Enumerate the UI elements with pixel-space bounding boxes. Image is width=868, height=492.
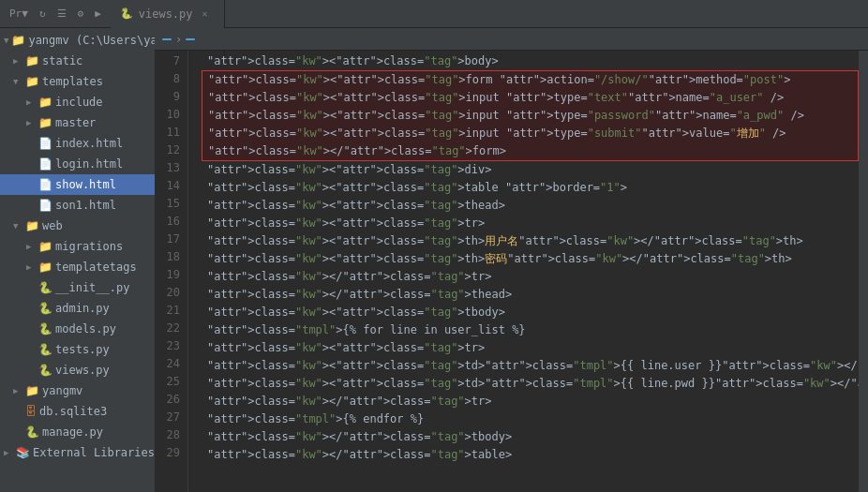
tree-label: migrations [55, 240, 123, 253]
line-number-20: 20 [155, 284, 180, 302]
sidebar-item-yangmv2[interactable]: ▶📁yangmv [0, 380, 155, 401]
folder-icon: 📁 [25, 384, 39, 397]
tab-label: views.py [139, 7, 193, 21]
tree-arrow: ▶ [13, 56, 22, 66]
tree-arrow: ▶ [26, 262, 36, 272]
tree-label: index.html [55, 137, 123, 150]
code-line-13: "attr">class="kw"><"attr">class="tag">di… [202, 161, 859, 179]
sidebar-item-__init__py[interactable]: ▶🐍__init__.py [0, 277, 155, 298]
db-icon: 🗄 [25, 405, 37, 418]
code-line-18: "attr">class="kw"><"attr">class="tag">th… [202, 250, 859, 268]
main-layout: ▼📁yangmv (C:\Users\ya...▶📁static▼📁templa… [0, 28, 868, 492]
tree-arrow: ▶ [26, 159, 36, 169]
sidebar-item-migrations[interactable]: ▶📁migrations [0, 236, 155, 257]
sidebar-item-static[interactable]: ▶📁static [0, 51, 155, 71]
code-line-20: "attr">class="kw"></"attr">class="tag">t… [202, 286, 859, 304]
sidebar-item-son1.html[interactable]: ▶📄son1.html [0, 195, 155, 216]
code-line-16: "attr">class="kw"><"attr">class="tag">tr… [202, 215, 859, 232]
line-number-11: 11 [155, 124, 180, 142]
code-lines[interactable]: "attr">class="kw"><"attr">class="tag">bo… [202, 51, 859, 492]
code-line-12: "attr">class="kw"></"attr">class="tag">f… [202, 142, 858, 160]
sidebar-item-tests.py[interactable]: ▶🐍tests.py [0, 339, 155, 360]
sidebar-item-root[interactable]: ▼📁yangmv (C:\Users\ya... [0, 30, 155, 51]
line-number-15: 15 [155, 195, 180, 213]
tree-arrow: ▶ [26, 97, 36, 107]
settings-icon[interactable]: ☰ [53, 6, 70, 22]
tree-label: static [42, 54, 82, 67]
breadcrumb-bar: › [155, 28, 868, 51]
form-highlight-box: "attr">class="kw"><"attr">class="tag">fo… [202, 70, 859, 161]
scrollbar[interactable] [859, 51, 868, 492]
run-icon[interactable]: ▶ [91, 6, 105, 22]
tree-label: son1.html [55, 199, 116, 212]
code-gutter [188, 51, 202, 492]
tree-arrow: ▼ [13, 77, 22, 86]
tab-close[interactable]: ✕ [202, 8, 208, 19]
editor-area: › 78910111213141516171819202122232425262… [155, 28, 868, 492]
sidebar-item-admin.py[interactable]: ▶🐍admin.py [0, 298, 155, 319]
folder-icon: 📁 [25, 54, 39, 67]
tree-label: db.sqlite3 [39, 405, 107, 418]
sidebar-item-login.html[interactable]: ▶📄login.html [0, 154, 155, 174]
tree-arrow: ▶ [26, 118, 36, 127]
code-line-26: "attr">class="kw"></"attr">class="tag">t… [202, 393, 859, 410]
code-line-25: "attr">class="kw"><"attr">class="tag">td… [202, 375, 859, 393]
html-icon: 📄 [38, 157, 52, 171]
tab-bar: Pr▼ ↻ ☰ ⚙ ▶ 🐍urls.py✕🐍views.py✕📄show.htm… [0, 0, 868, 28]
sidebar-item-models.py[interactable]: ▶🐍models.py [0, 319, 155, 339]
line-number-18: 18 [155, 248, 180, 266]
tree-label: views.py [55, 364, 110, 377]
tree-label: master [55, 116, 96, 129]
sidebar-item-include[interactable]: ▶📁include [0, 92, 155, 112]
breadcrumb-html[interactable] [162, 38, 172, 40]
py-icon: 🐍 [38, 343, 52, 356]
project-icon[interactable]: Pr▼ [6, 6, 32, 22]
tree-label: tests.py [55, 343, 110, 356]
line-number-17: 17 [155, 231, 180, 248]
sidebar-item-extlibs[interactable]: ▶📚External Libraries [0, 442, 155, 463]
line-number-21: 21 [155, 302, 180, 320]
tree-arrow: ▶ [26, 324, 36, 334]
tree-arrow: ▶ [26, 242, 36, 251]
html-icon: 📄 [38, 178, 52, 191]
line-number-29: 29 [155, 444, 180, 462]
tree-label: admin.py [55, 302, 110, 315]
sidebar-item-master[interactable]: ▶📁master [0, 112, 155, 133]
gear-icon[interactable]: ⚙ [74, 6, 88, 22]
folder-icon: 📁 [38, 96, 52, 109]
line-number-13: 13 [155, 159, 180, 177]
sidebar: ▼📁yangmv (C:\Users\ya...▶📁static▼📁templa… [0, 28, 155, 492]
py-icon: 🐍 [25, 425, 39, 439]
folder-icon: 📁 [25, 219, 39, 232]
line-number-23: 23 [155, 337, 180, 355]
sidebar-item-show.html[interactable]: ▶📄show.html [0, 174, 155, 195]
code-line-23: "attr">class="kw"><"attr">class="tag">tr… [202, 339, 859, 357]
sidebar-item-templates[interactable]: ▼📁templates [0, 71, 155, 92]
sidebar-item-views.py[interactable]: ▶🐍views.py [0, 360, 155, 380]
sidebar-item-templatetags[interactable]: ▶📁templatetags [0, 257, 155, 277]
sidebar-item-web[interactable]: ▼📁web [0, 216, 155, 236]
sidebar-item-db.sqlite3[interactable]: ▶🗄db.sqlite3 [0, 401, 155, 422]
refresh-icon[interactable]: ↻ [36, 6, 50, 22]
tree-label: External Libraries [33, 446, 155, 459]
tree-label: web [42, 219, 63, 232]
code-line-11: "attr">class="kw"><"attr">class="tag">in… [202, 125, 858, 142]
tree-arrow: ▼ [13, 221, 22, 231]
tree-label: yangmv (C:\Users\ya... [28, 34, 155, 47]
tree-arrow: ▶ [26, 345, 36, 354]
code-line-15: "attr">class="kw"><"attr">class="tag">th… [202, 197, 859, 215]
line-number-26: 26 [155, 391, 180, 409]
tab-viewspy[interactable]: 🐍views.py✕ [111, 0, 225, 28]
sidebar-item-index.html[interactable]: ▶📄index.html [0, 133, 155, 154]
code-line-9: "attr">class="kw"><"attr">class="tag">in… [202, 89, 858, 107]
code-line-10: "attr">class="kw"><"attr">class="tag">in… [202, 107, 858, 125]
code-line-7: "attr">class="kw"><"attr">class="tag">bo… [202, 52, 859, 70]
editor-content: 7891011121314151617181920212223242526272… [155, 51, 868, 492]
line-number-28: 28 [155, 426, 180, 444]
code-line-14: "attr">class="kw"><"attr">class="tag">ta… [202, 179, 859, 197]
tree-label: login.html [55, 157, 123, 171]
sidebar-item-manage.py[interactable]: ▶🐍manage.py [0, 422, 155, 442]
breadcrumb-body[interactable] [186, 38, 195, 40]
tree-arrow: ▶ [26, 304, 36, 313]
line-number-19: 19 [155, 266, 180, 284]
